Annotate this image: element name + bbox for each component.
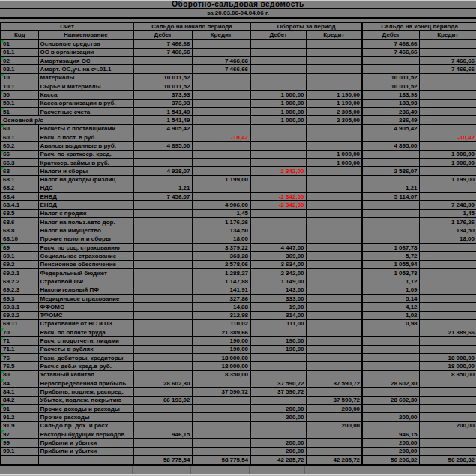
account-name-cell[interactable]: Прибыли и убытки: [38, 439, 133, 447]
closing-credit-cell[interactable]: 18 000,00: [419, 362, 476, 370]
opening-debit-cell[interactable]: 946,15: [133, 430, 192, 438]
closing-debit-cell[interactable]: 5,14: [362, 294, 419, 302]
account-code-cell[interactable]: 60: [1, 124, 38, 133]
closing-credit-cell[interactable]: [419, 439, 476, 447]
turnover-credit-cell[interactable]: 1 000,00: [306, 158, 362, 166]
turnover-credit-cell[interactable]: [306, 209, 362, 217]
closing-debit-cell[interactable]: 1,12: [362, 277, 419, 286]
account-code-cell[interactable]: 68.6: [1, 218, 38, 226]
account-name-cell[interactable]: Основной р/с: [1, 116, 133, 124]
closing-credit-cell[interactable]: [419, 73, 476, 82]
closing-credit-cell[interactable]: [419, 260, 476, 268]
turnover-credit-cell[interactable]: [306, 193, 362, 201]
turnover-credit-cell[interactable]: [306, 226, 362, 235]
opening-debit-cell[interactable]: 10 011,52: [133, 82, 192, 91]
closing-credit-cell[interactable]: [419, 430, 476, 438]
turnover-debit-cell[interactable]: [250, 421, 306, 430]
opening-debit-cell[interactable]: [133, 226, 192, 235]
closing-debit-cell[interactable]: 200,00: [362, 413, 419, 421]
turnover-credit-cell[interactable]: [306, 57, 362, 65]
account-name-cell[interactable]: Налог на имущество: [38, 226, 133, 235]
account-code-cell[interactable]: 69.2: [1, 260, 38, 268]
opening-debit-cell[interactable]: [133, 268, 192, 277]
closing-credit-cell[interactable]: [419, 252, 476, 260]
turnover-debit-cell[interactable]: [250, 40, 306, 48]
turnover-debit-cell[interactable]: -2 342,00: [250, 193, 306, 201]
account-code-cell[interactable]: 91.2: [1, 413, 38, 421]
turnover-credit-cell[interactable]: [306, 40, 362, 48]
closing-credit-cell[interactable]: 7 248,00: [419, 201, 476, 209]
closing-credit-cell[interactable]: [419, 184, 476, 192]
closing-debit-cell[interactable]: [362, 65, 419, 73]
account-code-cell[interactable]: 69.3.2: [1, 311, 38, 319]
account-code-cell[interactable]: 71: [1, 337, 38, 345]
opening-credit-cell[interactable]: 1 288,27: [192, 268, 250, 277]
closing-debit-cell[interactable]: 1 055,94: [362, 260, 419, 268]
closing-credit-cell[interactable]: -10,42: [419, 133, 476, 141]
opening-credit-cell[interactable]: [192, 430, 250, 438]
closing-debit-cell[interactable]: 10 011,52: [362, 73, 419, 82]
closing-credit-cell[interactable]: [419, 379, 476, 388]
turnover-debit-cell[interactable]: [250, 370, 306, 379]
account-name-cell[interactable]: Расч. по оплате труда: [38, 328, 133, 337]
account-code-cell[interactable]: 50.1: [1, 99, 38, 107]
closing-credit-cell[interactable]: 8 350,00: [419, 370, 476, 379]
turnover-credit-cell[interactable]: [306, 48, 362, 56]
turnover-debit-cell[interactable]: 3 634,00: [250, 260, 306, 268]
opening-credit-cell[interactable]: 2 578,06: [192, 260, 250, 268]
account-name-cell[interactable]: Медицинское страхование: [38, 294, 133, 302]
opening-debit-cell[interactable]: 1 541,49: [133, 108, 192, 116]
turnover-credit-cell[interactable]: [306, 235, 362, 243]
opening-debit-cell[interactable]: [133, 218, 192, 226]
turnover-debit-cell[interactable]: [250, 150, 306, 158]
closing-debit-cell[interactable]: 1 053,73: [362, 268, 419, 277]
closing-credit-cell[interactable]: [419, 193, 476, 201]
account-code-cell[interactable]: 68.4: [1, 193, 38, 201]
closing-debit-cell[interactable]: [362, 226, 419, 235]
turnover-debit-cell[interactable]: [250, 396, 306, 404]
opening-credit-cell[interactable]: 1,45: [192, 209, 250, 217]
closing-debit-cell[interactable]: 28 602,30: [362, 379, 419, 388]
turnover-credit-cell[interactable]: [306, 175, 362, 184]
opening-credit-cell[interactable]: [192, 439, 250, 447]
opening-debit-cell[interactable]: 7 466,66: [133, 40, 192, 48]
account-code-cell[interactable]: 69.3: [1, 294, 38, 302]
opening-debit-cell[interactable]: 1 541,49: [133, 116, 192, 124]
closing-debit-cell[interactable]: 7 466,66: [362, 40, 419, 48]
account-name-cell[interactable]: Расч. с пост. в руб.: [38, 133, 133, 141]
turnover-credit-cell[interactable]: [306, 354, 362, 362]
closing-credit-cell[interactable]: 1 199,00: [419, 175, 476, 184]
opening-credit-cell[interactable]: 21 389,66: [192, 328, 250, 337]
opening-credit-cell[interactable]: 1 199,00: [192, 175, 250, 184]
turnover-debit-cell[interactable]: [250, 184, 306, 192]
turnover-credit-cell[interactable]: [306, 337, 362, 345]
account-name-cell[interactable]: Расчеты с поставщиками: [38, 124, 133, 133]
opening-credit-cell[interactable]: [192, 73, 250, 82]
opening-credit-cell[interactable]: [192, 82, 250, 91]
closing-debit-cell[interactable]: [362, 150, 419, 158]
account-name-cell[interactable]: Расчеты в рублях: [38, 345, 133, 353]
turnover-debit-cell[interactable]: 143,00: [250, 286, 306, 294]
account-code-cell[interactable]: 51: [1, 108, 38, 116]
opening-credit-cell[interactable]: 18 000,00: [192, 354, 250, 362]
opening-debit-cell[interactable]: [133, 319, 192, 328]
opening-debit-cell[interactable]: [133, 133, 192, 141]
opening-credit-cell[interactable]: [192, 116, 250, 124]
account-name-cell[interactable]: Сырье и материалы: [38, 82, 133, 91]
opening-credit-cell[interactable]: [192, 142, 250, 150]
account-code-cell[interactable]: 69.11: [1, 319, 38, 328]
turnover-credit-cell[interactable]: [306, 303, 362, 311]
opening-credit-cell[interactable]: 18 000,00: [192, 362, 250, 370]
opening-debit-cell[interactable]: [133, 286, 192, 294]
closing-debit-cell[interactable]: 4,12: [362, 303, 419, 311]
opening-credit-cell[interactable]: 190,00: [192, 337, 250, 345]
closing-debit-cell[interactable]: 5 114,07: [362, 193, 419, 201]
account-name-cell[interactable]: Страховой ПФ: [38, 277, 133, 286]
turnover-debit-cell[interactable]: 4 447,00: [250, 244, 306, 252]
opening-debit-cell[interactable]: 373,93: [133, 99, 192, 107]
closing-debit-cell[interactable]: 4 905,42: [362, 124, 419, 133]
turnover-debit-cell[interactable]: [250, 226, 306, 235]
turnover-debit-cell[interactable]: [250, 362, 306, 370]
opening-credit-cell[interactable]: 7 466,66: [192, 65, 250, 73]
account-code-cell[interactable]: 71.1: [1, 345, 38, 353]
